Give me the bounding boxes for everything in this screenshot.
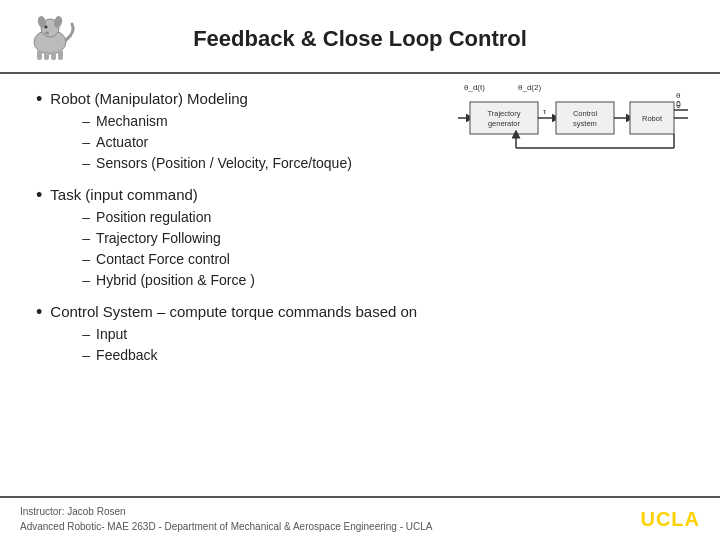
sub-item-mechanism: Mechanism — [82, 111, 352, 132]
sub-item-input: Input — [82, 324, 417, 345]
dog-icon — [20, 14, 80, 64]
bullet-control-system: • Control System – compute torque comman… — [36, 301, 690, 370]
footer-text: Instructor: Jacob Rosen Advanced Robotic… — [20, 504, 432, 534]
sub-item-contact-force: Contact Force control — [82, 249, 255, 270]
footer: Instructor: Jacob Rosen Advanced Robotic… — [0, 496, 720, 540]
svg-point-9 — [45, 32, 49, 35]
slide-title: Feedback & Close Loop Control — [90, 26, 690, 52]
bullet-dot-3: • — [36, 301, 42, 324]
svg-rect-5 — [44, 51, 49, 60]
bullet-text-1: Robot (Manipulator) Modeling — [50, 90, 248, 107]
sub-item-sensors: Sensors (Position / Velocity, Force/toqu… — [82, 153, 352, 174]
svg-rect-6 — [51, 51, 56, 60]
instructor-label: Instructor: Jacob Rosen — [20, 504, 432, 519]
svg-rect-4 — [37, 50, 42, 60]
ucla-logo: UCLA — [640, 508, 700, 531]
course-label: Advanced Robotic- MAE 263D - Department … — [20, 519, 432, 534]
ucla-logo-text: UCLA — [640, 508, 700, 530]
header: Feedback & Close Loop Control — [0, 0, 720, 74]
svg-point-8 — [45, 26, 48, 29]
bullet-dot-1: • — [36, 88, 42, 111]
bullet-text-2: Task (input command) — [50, 186, 198, 203]
svg-rect-7 — [58, 50, 63, 60]
sub-item-trajectory: Trajectory Following — [82, 228, 255, 249]
bullet-dot-2: • — [36, 184, 42, 207]
bullet-text-3: Control System – compute torque commands… — [50, 303, 417, 320]
main-content: • Robot (Manipulator) Modeling Mechanism… — [0, 74, 720, 386]
bullet-robot-modeling: • Robot (Manipulator) Modeling Mechanism… — [36, 88, 690, 178]
sub-item-position-reg: Position regulation — [82, 207, 255, 228]
sub-list-3: Input Feedback — [82, 324, 417, 366]
sub-item-actuator: Actuator — [82, 132, 352, 153]
sub-list-1: Mechanism Actuator Sensors (Position / V… — [82, 111, 352, 174]
sub-item-hybrid: Hybrid (position & Force ) — [82, 270, 255, 291]
slide-container: Feedback & Close Loop Control θ_d(t) θ_d… — [0, 0, 720, 540]
sub-item-feedback: Feedback — [82, 345, 417, 366]
bullet-task: • Task (input command) Position regulati… — [36, 184, 690, 295]
sub-list-2: Position regulation Trajectory Following… — [82, 207, 255, 291]
